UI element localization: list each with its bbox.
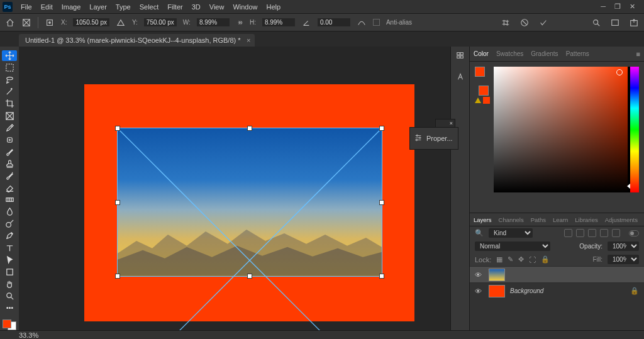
warp-icon[interactable]: [501, 18, 511, 28]
layer-filter-kind[interactable]: Kind: [489, 228, 533, 238]
anti-alias-checkbox[interactable]: [373, 19, 380, 26]
color-foreground-swatch[interactable]: [475, 67, 485, 77]
gradient-tool[interactable]: [2, 194, 17, 205]
foreground-background-swatch[interactable]: [3, 320, 16, 330]
menu-help[interactable]: Help: [262, 0, 286, 14]
color-fb-swatch[interactable]: [475, 67, 489, 89]
filter-toggle[interactable]: [629, 230, 639, 236]
menu-type[interactable]: Type: [111, 0, 135, 14]
properties-flyout[interactable]: × Proper...: [409, 127, 458, 150]
layer-thumbnail[interactable]: [489, 285, 505, 297]
tab-channels[interactable]: Channels: [499, 216, 524, 223]
marquee-tool[interactable]: [2, 62, 17, 73]
move-tool[interactable]: [2, 50, 17, 61]
panel-menu-icon[interactable]: ≡: [636, 50, 640, 58]
lock-icon[interactable]: 🔒: [630, 287, 639, 295]
lock-position-icon[interactable]: ✥: [518, 255, 524, 264]
window-close-icon[interactable]: ✕: [630, 3, 635, 11]
filter-type-icon[interactable]: [588, 229, 596, 237]
color-picker-field[interactable]: [494, 67, 639, 192]
lock-artboard-icon[interactable]: ⛶: [529, 256, 536, 264]
tab-color[interactable]: Color: [474, 50, 489, 57]
stamp-tool[interactable]: [2, 158, 17, 169]
foreground-color-swatch[interactable]: [3, 320, 11, 328]
path-select-tool[interactable]: [2, 255, 17, 265]
zoom-level[interactable]: 33.3%: [19, 331, 38, 339]
visibility-icon[interactable]: 👁: [475, 287, 484, 295]
tab-gradients[interactable]: Gradients: [531, 50, 558, 57]
search-icon[interactable]: [591, 18, 601, 28]
w-input[interactable]: 8.99%: [197, 18, 230, 26]
close-tab-icon[interactable]: ×: [247, 36, 250, 44]
triangle-icon[interactable]: [116, 18, 126, 28]
share-icon[interactable]: [629, 18, 639, 28]
frame-tool[interactable]: [2, 110, 17, 121]
layer-row[interactable]: 👁: [470, 266, 644, 282]
filter-pixel-icon[interactable]: [564, 229, 572, 237]
shape-tool[interactable]: [2, 267, 17, 277]
brush-tool[interactable]: [2, 147, 17, 157]
lock-all-icon[interactable]: 🔒: [541, 255, 550, 264]
eraser-tool[interactable]: [2, 182, 17, 193]
y-input[interactable]: 750.00 px: [144, 18, 177, 26]
filter-shape-icon[interactable]: [600, 229, 608, 237]
menu-filter[interactable]: Filter: [163, 0, 187, 14]
character-panel-icon[interactable]: [455, 72, 465, 82]
color-picker-cursor[interactable]: [616, 69, 623, 75]
pen-tool[interactable]: [2, 230, 17, 241]
zoom-tool[interactable]: [2, 291, 17, 301]
tab-swatches[interactable]: Swatches: [496, 50, 523, 57]
menu-edit[interactable]: Edit: [36, 0, 57, 14]
layer-thumbnail[interactable]: [489, 269, 505, 281]
blend-mode-select[interactable]: Normal: [475, 242, 550, 251]
history-brush-tool[interactable]: [2, 170, 17, 181]
blur-tool[interactable]: [2, 206, 17, 217]
type-tool[interactable]: [2, 243, 17, 253]
x-input[interactable]: 1050.50 px: [73, 18, 109, 26]
menu-3d[interactable]: 3D: [187, 0, 205, 14]
history-panel-icon[interactable]: [455, 50, 465, 60]
flyout-close-icon[interactable]: ×: [450, 120, 453, 126]
artboard[interactable]: [84, 84, 414, 321]
tab-adjustments[interactable]: Adjustments: [605, 216, 638, 223]
window-minimize-icon[interactable]: ─: [601, 3, 606, 11]
heal-tool[interactable]: [2, 135, 17, 145]
menu-select[interactable]: Select: [135, 0, 164, 14]
angle-input[interactable]: 0.00: [318, 18, 350, 26]
canvas-area[interactable]: [19, 47, 450, 330]
lasso-tool[interactable]: [2, 74, 17, 85]
window-restore-icon[interactable]: ❐: [614, 3, 621, 11]
opacity-select[interactable]: 100%: [608, 242, 639, 251]
saturation-brightness-field[interactable]: [494, 67, 628, 192]
color-background-swatch[interactable]: [479, 86, 489, 96]
angle-icon[interactable]: [301, 18, 311, 28]
placed-image[interactable]: [118, 128, 382, 276]
h-input[interactable]: 8.99%: [262, 18, 295, 26]
tab-patterns[interactable]: Patterns: [566, 50, 589, 57]
tab-layers[interactable]: Layers: [474, 216, 492, 223]
dodge-tool[interactable]: [2, 218, 17, 229]
hue-indicator-icon[interactable]: [627, 184, 630, 189]
document-tab[interactable]: Untitled-1 @ 33.3% (marek-piwnicki-SQeoe…: [19, 34, 255, 47]
menu-window[interactable]: Window: [228, 0, 262, 14]
menu-view[interactable]: View: [205, 0, 229, 14]
commit-icon[interactable]: [538, 18, 548, 28]
visibility-icon[interactable]: 👁: [475, 271, 484, 279]
hue-slider[interactable]: [630, 67, 639, 192]
edit-toolbar-icon[interactable]: [2, 303, 17, 313]
hand-tool[interactable]: [2, 279, 17, 289]
filter-adjust-icon[interactable]: [576, 229, 584, 237]
layer-row[interactable]: 👁 Background 🔒: [470, 282, 644, 299]
interpolation-icon[interactable]: [357, 18, 367, 28]
reference-point-icon[interactable]: [45, 18, 55, 28]
arrange-icon[interactable]: [610, 18, 620, 28]
home-icon[interactable]: [5, 18, 15, 28]
lock-transparency-icon[interactable]: ▦: [496, 255, 502, 264]
menu-layer[interactable]: Layer: [85, 0, 111, 14]
lock-paint-icon[interactable]: ✎: [508, 255, 513, 264]
tab-learn[interactable]: Learn: [553, 216, 568, 223]
cancel-icon[interactable]: [519, 18, 530, 28]
gamut-swatch[interactable]: [483, 97, 490, 104]
link-icon[interactable]: [236, 19, 243, 26]
fill-select[interactable]: 100%: [608, 255, 639, 264]
